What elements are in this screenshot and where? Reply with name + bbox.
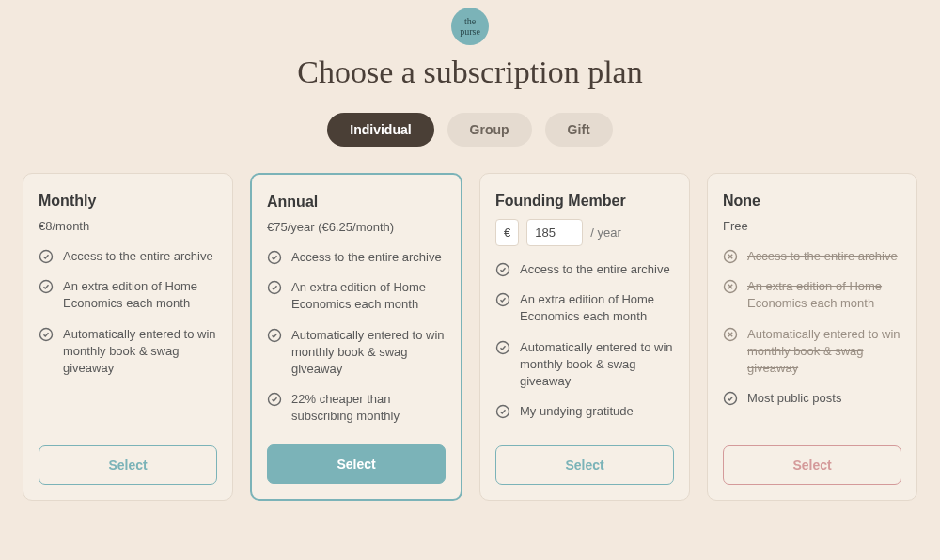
select-monthly-button[interactable]: Select — [39, 445, 217, 485]
x-circle-icon — [723, 327, 738, 342]
currency-label: € — [495, 219, 519, 246]
plan-founding: Founding Member € 185 / year Access to t… — [479, 173, 690, 501]
plan-type-toggle: Individual Group Gift — [0, 113, 940, 147]
check-circle-icon — [267, 250, 282, 265]
toggle-individual[interactable]: Individual — [327, 113, 433, 147]
page-title: Choose a subscription plan — [0, 54, 940, 90]
plan-annual: Annual €75/year (€6.25/month) Access to … — [250, 173, 462, 501]
feature-text: Access to the entire archive — [747, 248, 898, 265]
feature-item: Automatically entered to win monthly boo… — [267, 327, 446, 379]
feature-text: Automatically entered to win monthly boo… — [520, 339, 674, 391]
feature-item: An extra edition of Home Economics each … — [495, 291, 674, 325]
feature-item: My undying gratitude — [495, 403, 674, 420]
check-circle-icon — [723, 391, 738, 406]
feature-item: Automatically entered to win monthly boo… — [39, 326, 217, 378]
check-circle-icon — [495, 340, 510, 355]
check-circle-icon — [267, 328, 282, 343]
plan-monthly: Monthly €8/month Access to the entire ar… — [23, 173, 233, 501]
feature-list: Access to the entire archive An extra ed… — [39, 248, 217, 427]
check-circle-icon — [495, 292, 510, 307]
amount-input[interactable]: 185 — [526, 219, 583, 246]
logo-text: the purse — [460, 16, 480, 37]
feature-item: Automatically entered to win monthly boo… — [495, 339, 674, 391]
x-circle-icon — [723, 249, 738, 264]
check-circle-icon — [39, 249, 54, 264]
plan-name: Founding Member — [495, 193, 674, 210]
select-none-button[interactable]: Select — [723, 445, 901, 485]
custom-price-row: € 185 / year — [495, 219, 674, 246]
feature-text: Most public posts — [747, 390, 841, 407]
select-founding-button[interactable]: Select — [495, 445, 674, 485]
feature-text: Access to the entire archive — [520, 261, 670, 278]
plan-name: Monthly — [39, 193, 217, 210]
feature-text: An extra edition of Home Economics each … — [63, 278, 217, 312]
check-circle-icon — [267, 280, 282, 295]
feature-text: Access to the entire archive — [291, 249, 442, 266]
feature-list: Access to the entire archive An extra ed… — [267, 249, 446, 426]
plan-none: None Free Access to the entire archive A… — [707, 173, 917, 501]
check-circle-icon — [495, 404, 510, 419]
toggle-group[interactable]: Group — [447, 113, 532, 147]
plan-price: Free — [723, 219, 901, 233]
x-circle-icon — [723, 279, 738, 294]
feature-text: An extra edition of Home Economics each … — [747, 278, 901, 312]
feature-text: Access to the entire archive — [63, 248, 213, 265]
plan-name: Annual — [267, 194, 446, 210]
plan-price: €75/year (€6.25/month) — [267, 220, 446, 234]
feature-item: Access to the entire archive — [39, 248, 217, 265]
feature-item: An extra edition of Home Economics each … — [39, 278, 217, 312]
check-circle-icon — [39, 327, 54, 342]
plan-price: €8/month — [39, 219, 217, 233]
check-circle-icon — [267, 392, 282, 407]
feature-item: Access to the entire archive — [267, 249, 446, 266]
check-circle-icon — [39, 279, 54, 294]
toggle-gift[interactable]: Gift — [545, 113, 613, 147]
feature-item-excluded: An extra edition of Home Economics each … — [723, 278, 901, 312]
feature-item: 22% cheaper than subscribing monthly — [267, 391, 446, 425]
feature-list: Access to the entire archive An extra ed… — [495, 261, 674, 427]
plans-grid: Monthly €8/month Access to the entire ar… — [0, 173, 940, 501]
feature-item: Access to the entire archive — [495, 261, 674, 278]
feature-item-excluded: Access to the entire archive — [723, 248, 901, 265]
feature-list: Access to the entire archive An extra ed… — [723, 248, 901, 427]
feature-text: An extra edition of Home Economics each … — [520, 291, 674, 325]
feature-item: An extra edition of Home Economics each … — [267, 279, 446, 313]
plan-name: None — [723, 193, 901, 210]
feature-text: Automatically entered to win monthly boo… — [63, 326, 217, 378]
feature-text: 22% cheaper than subscribing monthly — [291, 391, 446, 425]
period-label: / year — [590, 226, 621, 240]
brand-logo: the purse — [451, 8, 489, 45]
feature-text: Automatically entered to win monthly boo… — [747, 326, 901, 378]
feature-text: An extra edition of Home Economics each … — [291, 279, 446, 313]
feature-text: Automatically entered to win monthly boo… — [291, 327, 446, 379]
check-circle-icon — [495, 262, 510, 277]
feature-item: Most public posts — [723, 390, 901, 407]
select-annual-button[interactable]: Select — [267, 444, 446, 484]
feature-item-excluded: Automatically entered to win monthly boo… — [723, 326, 901, 378]
feature-text: My undying gratitude — [520, 403, 634, 420]
